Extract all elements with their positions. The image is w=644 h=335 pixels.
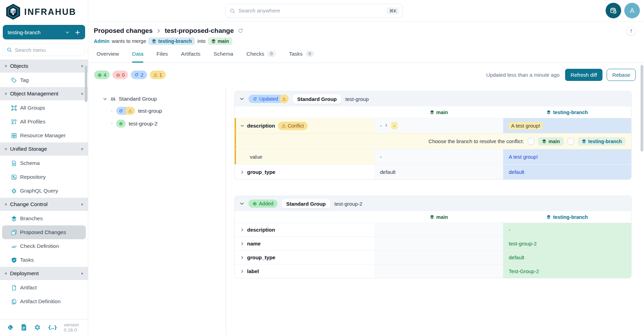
sidebar-item-tag[interactable]: Tag (2, 73, 86, 87)
tab-data[interactable]: Data (132, 50, 144, 63)
sidebar-item-check-definition[interactable]: Check Definition (2, 239, 86, 253)
object-kind-badge: Standard Group (293, 94, 341, 104)
brand-name: INFRAHUB (24, 7, 76, 17)
caret-down-icon: ▾ (81, 271, 83, 276)
main-column-header: main (374, 214, 503, 220)
graphql-sandbox-icon[interactable] (34, 324, 41, 331)
chevron-right-icon[interactable] (240, 170, 244, 174)
attribute-row-description[interactable]: description ⚠Conflict - - A test group! (235, 118, 631, 133)
chevron-right-icon[interactable] (240, 242, 244, 246)
tab-overview[interactable]: Overview (97, 50, 119, 63)
resolve-main-badge[interactable]: main (538, 137, 564, 146)
breadcrumb-root[interactable]: Proposed changes (94, 27, 153, 35)
sidebar-item-all-groups[interactable]: All Groups (2, 101, 86, 115)
version-label: version 0.16.0 (64, 322, 81, 333)
infrahub-logo[interactable]: INFRAHUB (0, 0, 88, 23)
tab-checks[interactable]: Checks0 (246, 50, 276, 63)
sidebar-item-artifact[interactable]: Artifact (2, 281, 86, 295)
refresh-icon[interactable] (237, 28, 244, 34)
page-scrollbar-thumb[interactable] (641, 65, 643, 151)
docs-icon[interactable] (21, 324, 27, 331)
sidebar-search-input[interactable] (15, 47, 84, 53)
sidebar-item-label: All Groups (20, 105, 45, 111)
branch-columns-header: main testing-branch (235, 211, 631, 223)
sidebar-item-graphql-query[interactable]: GraphQL Query (2, 184, 86, 198)
sidebar-item-label: Proposed Changes (20, 229, 66, 235)
sidebar-item-proposed-changes[interactable]: Proposed Changes (2, 225, 86, 239)
add-branch-button[interactable]: + (75, 29, 80, 36)
chevron-right-icon (156, 28, 161, 34)
conflict-count-badge: ⚠1 (150, 71, 166, 79)
resolve-main-checkbox[interactable] (528, 138, 534, 145)
tab-tasks[interactable]: Tasks0 (289, 50, 314, 63)
sidebar-item-all-profiles[interactable]: All Profiles (2, 115, 86, 129)
chevron-right-icon[interactable] (240, 269, 244, 273)
tab-files[interactable]: Files (156, 50, 168, 63)
diff-content: Standard Group ◦ ⚠ test-group ◦ ⊕ test-g… (88, 87, 644, 335)
tree-node-test-group[interactable]: ◦ ⚠ test-group (110, 107, 226, 115)
branch-value: default (509, 254, 524, 260)
sidebar-item-tasks[interactable]: Tasks (2, 253, 86, 267)
tasks-count-badge: 0 (306, 50, 314, 57)
diff-card-test-group: Updated ⚠ Standard Group test-group main (234, 91, 632, 180)
resolve-branch-badge[interactable]: testing-branch (578, 137, 626, 146)
target-branch-badge[interactable]: main (208, 37, 232, 45)
sidebar-item-repository[interactable]: Repository (2, 170, 86, 184)
tree-node-standard-group[interactable]: Standard Group (103, 96, 226, 102)
sidebar-item-schema[interactable]: Schema (2, 156, 86, 170)
plus-circle-icon: ⊕ (253, 201, 257, 206)
sidebar-search[interactable] (3, 44, 85, 56)
resolve-branch-checkbox[interactable] (568, 138, 574, 145)
sidebar-group-unified-storage[interactable]: Unified Storage ▾ (0, 142, 88, 156)
sidebar-scrollbar-thumb[interactable] (85, 66, 87, 102)
attribute-row-group-type[interactable]: group_type default (235, 250, 631, 264)
avatar-initial: A (630, 7, 634, 15)
chevron-down-icon[interactable] (240, 124, 244, 128)
git-icon[interactable] (7, 324, 14, 331)
status-badge: ⊕Added (248, 199, 278, 208)
user-avatar[interactable]: A (624, 3, 640, 18)
tree-node-test-group-2[interactable]: ◦ ⊕ test-group-2 (110, 120, 226, 128)
sidebar-group-objects[interactable]: Objects ▾ (0, 59, 88, 73)
sidebar-group-change-control[interactable]: Change Control ▾ (0, 198, 88, 211)
app-root: INFRAHUB testing-branch + Objects ▾ (0, 0, 644, 335)
sidebar-group-object-management[interactable]: Object Management ▾ (0, 87, 88, 100)
warning-icon: ⚠ (153, 72, 158, 78)
schedule-button[interactable] (606, 3, 621, 18)
refresh-diff-button[interactable]: Refresh diff (565, 69, 602, 81)
added-icon: ⊕ (116, 120, 126, 128)
files-icon (11, 299, 17, 305)
attribute-row-group-type[interactable]: group_type default default (235, 164, 631, 179)
swagger-braces-icon[interactable]: {..} (48, 325, 57, 330)
source-branch-badge[interactable]: testing-branch (148, 37, 195, 45)
chevron-down-icon[interactable] (239, 201, 244, 206)
warning-icon: ⚠ (280, 94, 289, 103)
chevron-right-icon[interactable] (240, 228, 244, 232)
global-search[interactable]: ⌘K (226, 4, 403, 18)
sidebar-item-branches[interactable]: Branches (2, 212, 86, 225)
chevron-right-icon[interactable] (240, 255, 244, 260)
branch-selector[interactable]: testing-branch + (3, 25, 85, 39)
sidebar-item-artifact-definition[interactable]: Artifact Definition (2, 295, 86, 308)
global-search-input[interactable] (238, 8, 383, 14)
attribute-row-name[interactable]: name test-group-2 (235, 236, 631, 250)
diff-cards: Updated ⚠ Standard Group test-group main (226, 87, 644, 335)
attribute-row-description[interactable]: description - (235, 223, 631, 236)
attribute-row-label[interactable]: label Test-Group-2 (235, 264, 631, 278)
chevron-down-icon (103, 97, 107, 101)
tab-schema[interactable]: Schema (214, 50, 233, 63)
sidebar-item-resource-manager[interactable]: Resource Manager (2, 129, 86, 142)
groups-icon (11, 105, 17, 111)
conflict-badge: ⚠Conflict (278, 122, 308, 130)
card-header[interactable]: ⊕Added Standard Group test-group-2 (235, 196, 631, 211)
help-button[interactable]: ? (626, 26, 636, 36)
property-label: value (250, 154, 262, 160)
sidebar-group-deployment[interactable]: Deployment ▾ (0, 267, 88, 280)
chevron-down-icon[interactable] (239, 96, 244, 101)
breadcrumb: Proposed changes test-proposed-change (94, 27, 644, 35)
infrahub-logo-icon (6, 3, 21, 20)
tab-artifacts[interactable]: Artifacts (181, 50, 200, 63)
branch-value: default (509, 169, 524, 175)
rebase-button[interactable]: Rebase (607, 69, 636, 81)
card-header[interactable]: Updated ⚠ Standard Group test-group (235, 91, 631, 106)
